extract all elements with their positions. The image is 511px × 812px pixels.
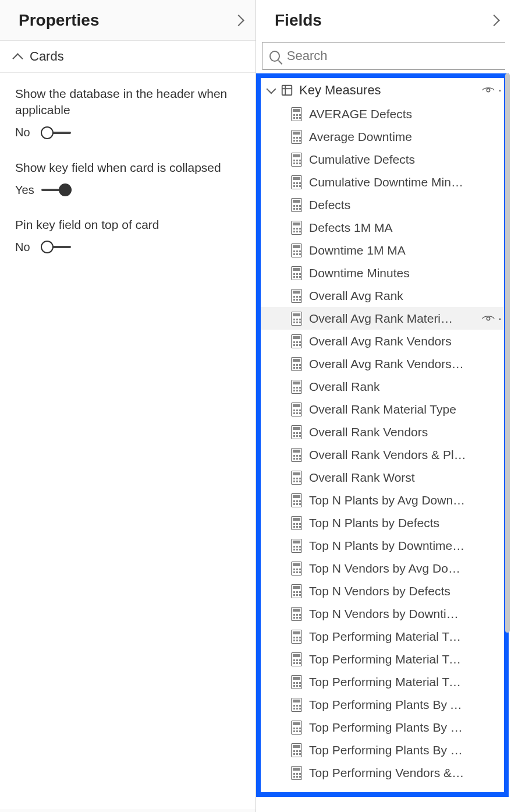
field-item[interactable]: Top Performing Plants By Avg... bbox=[261, 693, 504, 716]
measure-icon bbox=[291, 539, 302, 553]
field-label: Defects 1M MA bbox=[309, 221, 393, 235]
field-item[interactable]: Cumulative Downtime Minutes bbox=[261, 171, 504, 193]
table-key-measures[interactable]: Key Measures ··· bbox=[261, 78, 504, 103]
field-item[interactable]: Overall Rank bbox=[261, 375, 504, 398]
prop-pin-key-field: Pin key field on top of card No bbox=[15, 217, 240, 254]
scrollbar[interactable] bbox=[504, 73, 510, 789]
properties-pane: Properties Cards Show the database in th… bbox=[0, 0, 256, 812]
table-icon bbox=[281, 84, 293, 97]
field-label: Top N Plants by Defects bbox=[309, 516, 439, 530]
field-item[interactable]: Top Performing Material Type... bbox=[261, 670, 504, 693]
field-item[interactable]: Top N Vendors by Downtime ... bbox=[261, 602, 504, 625]
prop-label: Show the database in the header when app… bbox=[15, 86, 240, 119]
search-icon bbox=[269, 51, 280, 62]
field-label: Top Performing Material Type... bbox=[309, 675, 466, 689]
field-label: Top N Plants by Downtime Mi... bbox=[309, 539, 466, 553]
field-item[interactable]: Top Performing Plants By Do... bbox=[261, 739, 504, 761]
field-label: Downtime Minutes bbox=[309, 266, 410, 280]
measure-icon bbox=[291, 721, 302, 735]
field-label: Cumulative Defects bbox=[309, 153, 415, 167]
field-label: Top Performing Vendors & Pl... bbox=[309, 766, 466, 780]
field-item[interactable]: Top Performing Material Type... bbox=[261, 648, 504, 670]
measure-icon bbox=[291, 266, 302, 280]
cards-section-header[interactable]: Cards bbox=[0, 41, 256, 73]
chevron-up-icon bbox=[12, 53, 23, 63]
field-label: Overall Rank bbox=[309, 380, 379, 394]
scrollbar-thumb[interactable] bbox=[505, 73, 510, 633]
measure-icon bbox=[291, 471, 302, 485]
field-item[interactable]: Overall Avg Rank Material Type··· bbox=[261, 307, 504, 330]
field-item[interactable]: Top N Plants by Avg Downtim... bbox=[261, 489, 504, 511]
fields-header[interactable]: Fields bbox=[256, 0, 511, 41]
toggle-row: No bbox=[15, 240, 240, 254]
properties-header[interactable]: Properties bbox=[0, 0, 256, 41]
field-item[interactable]: Overall Rank Vendors bbox=[261, 421, 504, 443]
field-label: Top Performing Plants By Do... bbox=[309, 743, 466, 757]
field-item[interactable]: Average Downtime bbox=[261, 125, 504, 148]
more-options-icon[interactable]: ··· bbox=[498, 83, 502, 98]
search-box[interactable] bbox=[262, 42, 505, 70]
toggle-switch[interactable] bbox=[41, 126, 71, 140]
measure-icon bbox=[291, 334, 302, 348]
more-options-icon[interactable]: ··· bbox=[498, 311, 502, 326]
measure-icon bbox=[291, 425, 302, 439]
measure-icon bbox=[291, 493, 302, 507]
field-item[interactable]: Overall Avg Rank bbox=[261, 284, 504, 307]
field-item[interactable]: Defects bbox=[261, 193, 504, 216]
field-item[interactable]: Top N Vendors by Avg Downt... bbox=[261, 557, 504, 580]
field-item[interactable]: Top N Vendors by Defects bbox=[261, 580, 504, 602]
measure-icon bbox=[291, 107, 302, 121]
field-item[interactable]: AVERAGE Defects bbox=[261, 103, 504, 125]
collapse-fields-icon[interactable] bbox=[488, 15, 500, 26]
field-label: Top Performing Plants By Avg... bbox=[309, 698, 466, 712]
field-label: Top Performing Plants By Def... bbox=[309, 721, 466, 735]
svg-point-4 bbox=[487, 317, 490, 320]
toggle-value: No bbox=[15, 126, 34, 139]
measure-icon bbox=[291, 630, 302, 644]
fields-title: Fields bbox=[275, 11, 322, 30]
field-item[interactable]: Top N Plants by Defects bbox=[261, 511, 504, 534]
field-label: Overall Rank Vendors bbox=[309, 425, 428, 439]
field-item[interactable]: Top Performing Vendors & Pl... bbox=[261, 761, 504, 784]
field-item[interactable]: Overall Avg Rank Vendors Pla... bbox=[261, 352, 504, 375]
field-item[interactable]: Top N Plants by Downtime Mi... bbox=[261, 534, 504, 557]
field-item[interactable]: Overall Rank Vendors & Plants bbox=[261, 443, 504, 466]
measure-icon bbox=[291, 243, 302, 257]
field-item[interactable]: Downtime Minutes bbox=[261, 262, 504, 284]
field-item[interactable]: Downtime 1M MA bbox=[261, 239, 504, 262]
measure-icon bbox=[291, 607, 302, 621]
search-input[interactable] bbox=[287, 48, 498, 63]
measure-icon bbox=[291, 652, 302, 666]
measure-icon bbox=[291, 380, 302, 394]
visibility-icon[interactable] bbox=[482, 86, 495, 94]
field-label: Overall Avg Rank Material Type bbox=[309, 312, 458, 326]
search-wrap bbox=[256, 41, 511, 72]
field-item[interactable]: Overall Rank Material Type bbox=[261, 398, 504, 421]
field-label: Overall Rank Worst bbox=[309, 471, 415, 485]
field-label: Downtime 1M MA bbox=[309, 243, 406, 257]
field-label: Overall Avg Rank bbox=[309, 289, 403, 303]
toggle-switch[interactable] bbox=[41, 240, 71, 254]
toggle-switch[interactable] bbox=[41, 183, 72, 197]
field-item[interactable]: Top Performing Plants By Def... bbox=[261, 716, 504, 739]
field-list: AVERAGE DefectsAverage DowntimeCumulativ… bbox=[261, 103, 504, 784]
collapse-properties-icon[interactable] bbox=[233, 15, 244, 26]
measure-icon bbox=[291, 312, 302, 326]
visibility-icon[interactable] bbox=[482, 315, 495, 323]
toggle-value: No bbox=[15, 241, 34, 254]
field-item[interactable]: Defects 1M MA bbox=[261, 216, 504, 239]
field-label: Cumulative Downtime Minutes bbox=[309, 175, 466, 189]
measure-icon bbox=[291, 584, 302, 598]
properties-title: Properties bbox=[19, 11, 100, 30]
field-item[interactable]: Top Performing Material Type... bbox=[261, 625, 504, 648]
measure-icon bbox=[291, 562, 302, 576]
field-item[interactable]: Overall Avg Rank Vendors bbox=[261, 330, 504, 352]
field-item[interactable]: Cumulative Defects bbox=[261, 148, 504, 171]
field-label: Overall Rank Material Type bbox=[309, 403, 456, 416]
field-item[interactable]: Overall Rank Worst bbox=[261, 466, 504, 489]
chevron-down-icon bbox=[267, 84, 276, 94]
measure-icon bbox=[291, 175, 302, 189]
measure-icon bbox=[291, 221, 302, 235]
table-name: Key Measures bbox=[299, 83, 381, 98]
field-label: Top N Plants by Avg Downtim... bbox=[309, 493, 466, 507]
